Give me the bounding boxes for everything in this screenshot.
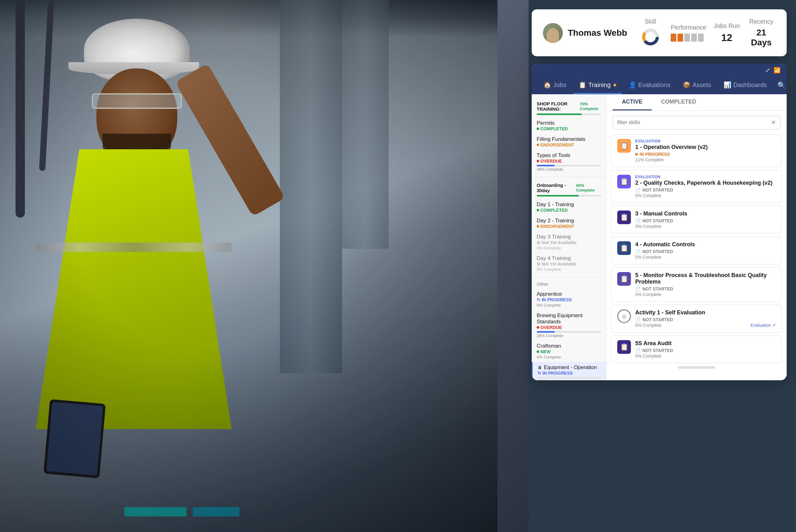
skill-2-label: EVALUATION: [635, 175, 776, 179]
skill-7-title: 5S Area Audit: [635, 340, 776, 347]
sidebar-item-filling[interactable]: Filling Fundamentals ENDORSEMENT: [532, 134, 606, 150]
search-input[interactable]: [617, 119, 771, 126]
skill-6-status-text: NOT STARTED: [642, 317, 673, 322]
day1-name: Day 1 - Training: [537, 202, 601, 208]
recency-value: 21 Days: [747, 28, 776, 48]
sidebar-item-craftsman[interactable]: Craftsman NEW 0% Complete: [532, 340, 606, 362]
perf-bar-3: [684, 34, 690, 42]
equipment-icon: 🖥: [537, 365, 542, 370]
reflective-strip: [25, 243, 243, 252]
day3-status: ⊘ Not Yet Available: [537, 240, 601, 245]
skill-chart: [641, 28, 660, 46]
dashboards-icon: 📊: [723, 81, 731, 89]
skill-7-pct: 0% Complete: [635, 354, 776, 359]
nav-item-training[interactable]: 📋 Training: [573, 77, 622, 94]
evaluations-icon: 👤: [629, 81, 637, 89]
perf-bar-1: [671, 34, 676, 42]
skill-6-body: Activity 1 - Self Evaluation 📄 NOT START…: [635, 309, 776, 328]
shop-floor-progress-fill: [537, 113, 582, 115]
skill-4-title: 4 - Automatic Controls: [635, 241, 776, 248]
nav-item-dashboards[interactable]: 📊 Dashboards: [718, 77, 772, 94]
day1-status: COMPLETED: [537, 208, 601, 213]
brewing-pct: 28% Complete: [537, 333, 601, 338]
recency-col-header: Recency: [747, 18, 776, 25]
brewing-progress-fill: [537, 331, 555, 333]
assets-icon: 📦: [683, 81, 690, 89]
brewing-dot: [537, 326, 539, 329]
device-card: ⤢ 📶 🏠 Jobs 📋 Training 👤 Evaluations 📦 As…: [532, 64, 787, 380]
day2-status: ENDORSEMENT: [537, 224, 601, 229]
skill-5-status-row: 📄 NOT STARTED: [635, 286, 776, 291]
performance-col: Performance: [671, 24, 706, 42]
onboarding-section-title: Onboarding - 30day 65% Complete: [532, 179, 606, 195]
skill-4-status-text: NOT STARTED: [642, 249, 673, 254]
skill-1-body: EVALUATION 1 - Operation Overview (v2) I…: [635, 139, 776, 162]
skill-item-7[interactable]: 📋 5S Area Audit 📄 NOT STARTED 0% Complet…: [611, 336, 782, 363]
brewing-progress-bar: [537, 331, 601, 333]
skill-1-pct: 11% Complete: [635, 157, 776, 162]
skill-5-title: 5 - Monitor Process & Troubleshoot Basic…: [635, 272, 776, 285]
search-clear-icon[interactable]: ✕: [771, 119, 776, 126]
onboarding-label: Onboarding - 30day: [537, 183, 576, 193]
skill-4-pct: 0% Complete: [635, 255, 776, 260]
skill-item-5[interactable]: 📋 5 - Monitor Process & Troubleshoot Bas…: [611, 267, 782, 302]
evaluation-link[interactable]: Evaluation ↗: [751, 323, 776, 328]
nav-item-evaluations[interactable]: 👤 Evaluations: [623, 77, 676, 94]
skill-item-6[interactable]: ◎ Activity 1 - Self Evaluation 📄 NOT STA…: [611, 305, 782, 332]
home-icon: 🏠: [544, 81, 551, 89]
skill-2-status-row: 📄 NOT STARTED: [635, 188, 776, 192]
background-photo: [0, 0, 529, 532]
tools-progress-bar: [537, 165, 601, 166]
bottom-accent-cyan: [125, 507, 187, 516]
skill-7-body: 5S Area Audit 📄 NOT STARTED 0% Complete: [635, 340, 776, 359]
sidebar-item-day2[interactable]: Day 2 - Training ENDORSEMENT: [532, 215, 606, 231]
jobs-run-col-header: Jobs Run: [713, 22, 741, 30]
apprentice-name: Apprentice: [537, 291, 601, 297]
skill-4-icon: 📋: [617, 241, 631, 255]
nav-jobs-label: Jobs: [553, 81, 566, 89]
skill-col-header: Skill: [636, 18, 664, 25]
sidebar-item-day4: Day 4 Training ⊘ Not Yet Available 0% Co…: [532, 253, 606, 274]
app-content: SHOP FLOOR TRAINING: 70% Complete Permit…: [532, 94, 787, 380]
bottom-accent-blue: [193, 507, 240, 516]
nav-item-jobs[interactable]: 🏠 Jobs: [538, 77, 572, 94]
sidebar-item-apprentice[interactable]: Apprentice ↻ IN PROGRESS 0% Complete: [532, 288, 606, 310]
sidebar-item-day1[interactable]: Day 1 - Training COMPLETED: [532, 199, 606, 215]
skill-item-3[interactable]: 📋 3 - Manual Controls 📄 NOT STARTED 0% C…: [611, 206, 782, 233]
shop-floor-progress-label: 70% Complete: [580, 102, 601, 111]
skill-7-status-text: NOT STARTED: [642, 348, 673, 353]
shop-floor-progress-bar: [537, 113, 601, 115]
tools-pct: 28% Complete: [537, 167, 601, 172]
tab-completed[interactable]: COMPLETED: [652, 94, 705, 110]
skill-3-body: 3 - Manual Controls 📄 NOT STARTED 0% Com…: [635, 210, 776, 229]
skill-2-status-icon: 📄: [635, 188, 641, 192]
device-top-bar: ⤢ 📶: [532, 64, 787, 77]
nav-assets-label: Assets: [693, 81, 711, 89]
other-section-label: Other: [532, 280, 606, 288]
skill-item-4[interactable]: 📋 4 - Automatic Controls 📄 NOT STARTED 0…: [611, 236, 782, 264]
shop-floor-label: SHOP FLOOR TRAINING:: [537, 101, 580, 112]
skill-3-title: 3 - Manual Controls: [635, 210, 776, 217]
nav-item-assets[interactable]: 📦 Assets: [677, 77, 717, 94]
onboarding-progress-bar: [537, 195, 601, 196]
content-tabs: ACTIVE COMPLETED: [606, 94, 787, 111]
skill-item-2[interactable]: 📋 EVALUATION 2 - Quality Checks, Paperwo…: [611, 170, 782, 203]
search-button[interactable]: 🔍: [775, 79, 787, 92]
skill-6-footer: 0% Complete Evaluation ↗: [635, 323, 776, 328]
sidebar-item-tools[interactable]: Types of Tools OVERDUE 28% Complete: [532, 150, 606, 174]
skill-6-icon: ◎: [617, 309, 631, 323]
expand-icon[interactable]: ⤢: [765, 67, 770, 74]
skill-item-1[interactable]: 📋 EVALUATION 1 - Operation Overview (v2)…: [611, 134, 782, 167]
sidebar-item-brewing[interactable]: Brewing Equipment Standards OVERDUE 28% …: [532, 310, 606, 340]
apprentice-pct: 0% Complete: [537, 303, 601, 307]
nav-bar: 🏠 Jobs 📋 Training 👤 Evaluations 📦 Assets…: [532, 77, 787, 94]
tools-status: OVERDUE: [537, 158, 601, 164]
brewing-status: OVERDUE: [537, 325, 601, 330]
perf-bar-5: [698, 34, 704, 42]
sidebar-item-equipment[interactable]: 🖥 Equipment - Operation ↻ IN PROGRESS 0%…: [532, 362, 606, 380]
tab-active[interactable]: ACTIVE: [612, 94, 652, 110]
search-bar[interactable]: ✕: [612, 116, 780, 129]
skill-col: Skill: [636, 18, 664, 48]
wifi-icon: 📶: [774, 67, 780, 74]
sidebar-item-permits[interactable]: Permits COMPLETED: [532, 117, 606, 134]
